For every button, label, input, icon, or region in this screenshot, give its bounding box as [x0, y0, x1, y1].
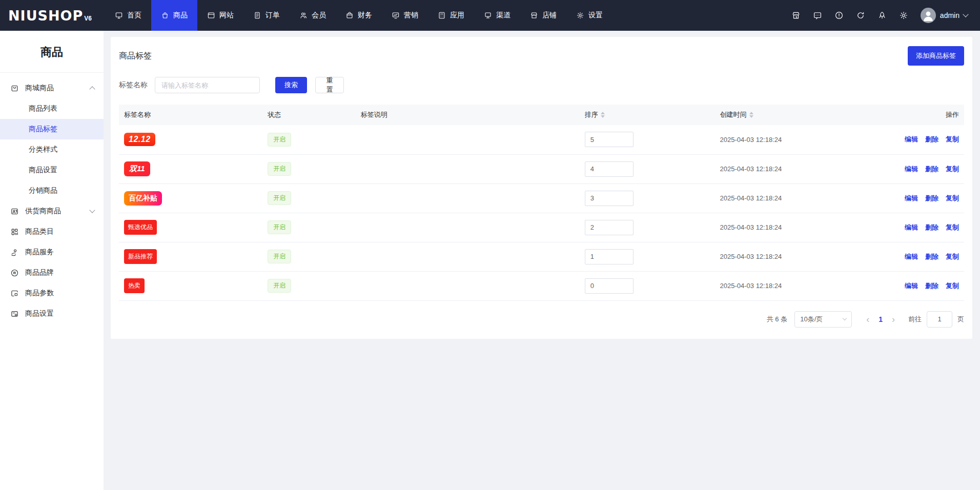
rocket-icon[interactable] — [877, 11, 887, 20]
nav-item-apps[interactable]: 应用 — [428, 0, 474, 31]
sort-asc-icon[interactable] — [749, 112, 753, 114]
logo[interactable]: NIUSHOP V6 — [8, 0, 92, 31]
sidebar-item-goods-settings[interactable]: 商品设置 — [0, 160, 104, 180]
sidebar-item-distribution-goods[interactable]: 分销商品 — [0, 180, 104, 201]
supplier-icon — [10, 207, 19, 216]
bag-icon — [10, 84, 19, 93]
delete-link[interactable]: 删除 — [925, 194, 938, 202]
add-tag-button[interactable]: 添加商品标签 — [908, 46, 964, 66]
nav-item-orders[interactable]: 订单 — [243, 0, 290, 31]
goto-label: 前往 — [908, 315, 922, 324]
copy-link[interactable]: 复制 — [946, 223, 959, 231]
user-menu[interactable]: admin — [921, 8, 968, 23]
message-icon[interactable] — [813, 11, 822, 20]
category-icon — [10, 228, 19, 236]
table-row: 热卖 开启 2025-04-03 12:18:24 编辑删除复制 — [119, 271, 964, 300]
goto-page-input[interactable] — [927, 311, 952, 328]
sidebar-item-goods-brands[interactable]: R 商品品牌 — [0, 262, 104, 283]
reset-button[interactable]: 重置 — [315, 77, 344, 93]
nav-label: 订单 — [266, 11, 280, 20]
sort-input[interactable] — [585, 249, 634, 264]
nav-item-website[interactable]: 网站 — [197, 0, 243, 31]
edit-link[interactable]: 编辑 — [905, 135, 918, 143]
edit-link[interactable]: 编辑 — [905, 165, 918, 173]
page-number-1[interactable]: 1 — [874, 315, 887, 323]
navbar-right: admin — [791, 0, 968, 31]
col-created-label: 创建时间 — [720, 110, 747, 119]
nav-item-shop[interactable]: 店铺 — [520, 0, 566, 31]
refresh-icon[interactable] — [856, 11, 865, 20]
tag-description — [356, 213, 580, 242]
col-tag-name: 标签名称 — [119, 105, 262, 125]
sort-input[interactable] — [585, 191, 634, 206]
goods-icon — [161, 11, 169, 19]
copy-link[interactable]: 复制 — [946, 194, 959, 202]
product-tag-badge: 新品推荐 — [124, 249, 157, 264]
nav-item-members[interactable]: 会员 — [290, 0, 336, 31]
sort-desc-icon[interactable] — [601, 115, 605, 118]
sidebar-item-category-style[interactable]: 分类样式 — [0, 139, 104, 160]
delete-link[interactable]: 删除 — [925, 135, 938, 143]
sort-input[interactable] — [585, 161, 634, 177]
chevron-down-icon — [89, 207, 95, 213]
created-time: 2025-04-03 12:18:24 — [715, 271, 880, 300]
sidebar-item-goods-categories[interactable]: 商品类目 — [0, 221, 104, 242]
status-badge: 开启 — [268, 162, 291, 176]
delete-link[interactable]: 删除 — [925, 165, 938, 173]
sidebar-item-goods-params[interactable]: 商品参数 — [0, 283, 104, 303]
delete-link[interactable]: 删除 — [925, 223, 938, 231]
sidebar-item-goods-tags[interactable]: 商品标签 — [0, 119, 104, 139]
chevron-down-icon — [843, 316, 847, 320]
sort-asc-icon[interactable] — [601, 112, 605, 114]
sidebar-item-goods-list[interactable]: 商品列表 — [0, 98, 104, 119]
orders-icon — [253, 11, 261, 19]
store-icon[interactable] — [791, 11, 801, 20]
nav-label: 应用 — [450, 11, 464, 20]
sort-desc-icon[interactable] — [749, 115, 753, 118]
sort-carets[interactable] — [601, 112, 605, 118]
table-row: 双11 开启 2025-04-03 12:18:24 编辑删除复制 — [119, 154, 964, 183]
table-row: 百亿补贴 开启 2025-04-03 12:18:24 编辑删除复制 — [119, 183, 964, 213]
sort-carets[interactable] — [749, 112, 753, 118]
copy-link[interactable]: 复制 — [946, 253, 959, 260]
copy-link[interactable]: 复制 — [946, 135, 959, 143]
edit-link[interactable]: 编辑 — [905, 253, 918, 260]
sidebar-item-goods-services[interactable]: 商品服务 — [0, 242, 104, 262]
nav-item-home[interactable]: 首页 — [105, 0, 151, 31]
nav-item-finance[interactable]: 财务 — [336, 0, 382, 31]
delete-link[interactable]: 删除 — [925, 282, 938, 290]
nav-item-marketing[interactable]: 营销 — [382, 0, 428, 31]
copy-link[interactable]: 复制 — [946, 165, 959, 173]
page-size-select[interactable]: 10条/页 — [794, 311, 852, 328]
sidebar-group-mall-goods[interactable]: 商城商品 — [0, 78, 104, 98]
logo-version: V6 — [84, 15, 92, 22]
user-name: admin — [940, 11, 959, 19]
edit-link[interactable]: 编辑 — [905, 223, 918, 231]
edit-link[interactable]: 编辑 — [905, 194, 918, 202]
alert-icon[interactable] — [834, 11, 844, 20]
params-icon — [10, 289, 19, 298]
sort-input[interactable] — [585, 220, 634, 235]
nav-item-goods[interactable]: 商品 — [151, 0, 197, 31]
prev-page-button[interactable]: ‹ — [861, 315, 874, 324]
sidebar-item-goods-config[interactable]: 商品设置 — [0, 303, 104, 324]
sidebar-group-supplier-goods[interactable]: 供货商商品 — [0, 201, 104, 221]
next-page-button[interactable]: › — [887, 315, 900, 324]
nav-label: 会员 — [312, 11, 326, 20]
sort-input[interactable] — [585, 132, 634, 147]
table-header-row: 标签名称 状态 标签说明 排序 创建时间 操作 — [119, 105, 964, 125]
search-button[interactable]: 搜索 — [275, 77, 307, 93]
tag-name-input[interactable] — [155, 77, 260, 93]
gear-icon[interactable] — [899, 11, 908, 20]
sidebar-item-label: 商品标签 — [29, 125, 57, 134]
website-icon — [207, 11, 215, 19]
col-sort: 排序 — [580, 105, 715, 125]
delete-link[interactable]: 删除 — [925, 253, 938, 260]
edit-link[interactable]: 编辑 — [905, 282, 918, 290]
tag-description — [356, 125, 580, 154]
copy-link[interactable]: 复制 — [946, 282, 959, 290]
nav-item-settings[interactable]: 设置 — [566, 0, 612, 31]
sort-input[interactable] — [585, 278, 634, 294]
col-created: 创建时间 — [715, 105, 880, 125]
nav-item-channels[interactable]: 渠道 — [474, 0, 520, 31]
